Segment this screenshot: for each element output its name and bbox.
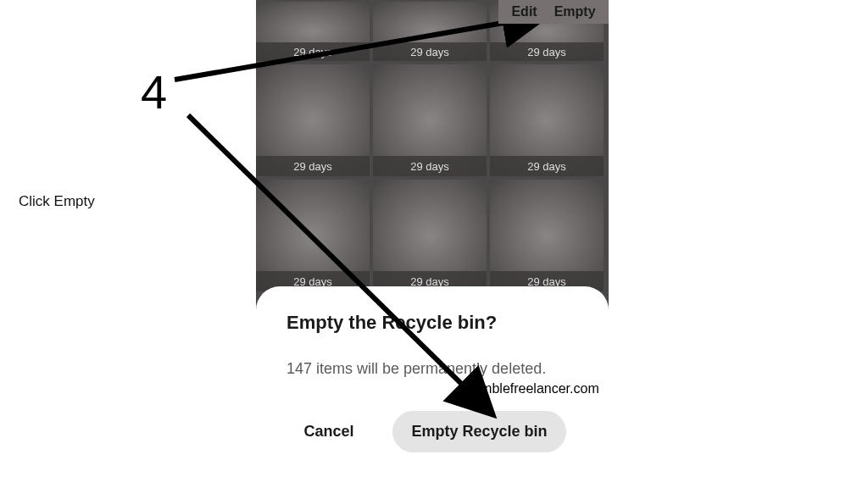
thumbnail-days-label: 29 days [256, 156, 370, 176]
recycle-bin-screen: 29 days 29 days 29 days 29 days 29 days … [256, 0, 609, 485]
watermark-text: Nimblefreelancer.com [468, 381, 599, 396]
thumbnail[interactable]: 29 days [490, 180, 604, 291]
instruction-text: Click Empty [19, 193, 95, 210]
empty-button[interactable]: Empty [554, 4, 596, 19]
edit-button[interactable]: Edit [511, 4, 537, 19]
thumbnail-row: 29 days 29 days 29 days [256, 178, 609, 291]
dialog-actions: Cancel Empty Recycle bin [287, 411, 578, 452]
thumbnail[interactable]: 29 days [373, 2, 487, 61]
thumbnail-days-label: 29 days [373, 156, 487, 176]
step-number-label: 4 [141, 64, 167, 119]
thumbnail[interactable]: 29 days [256, 2, 370, 61]
thumbnail-days-label: 29 days [256, 42, 370, 61]
thumbnail-days-label: 29 days [490, 42, 604, 61]
thumbnail[interactable]: 29 days [256, 64, 370, 176]
thumbnail[interactable]: 29 days [373, 64, 487, 176]
cancel-button[interactable]: Cancel [298, 414, 359, 449]
thumbnail-row: 29 days 29 days 29 days [256, 63, 609, 176]
thumbnail[interactable]: 29 days [490, 64, 604, 176]
thumbnail[interactable]: 29 days [256, 180, 370, 291]
thumbnail[interactable]: 29 days [373, 180, 487, 291]
dialog-title: Empty the Recycle bin? [287, 312, 578, 334]
dialog-body: 147 items will be permanently deleted. [287, 358, 578, 380]
empty-recycle-bin-button[interactable]: Empty Recycle bin [392, 411, 565, 452]
top-actions-bar: Edit Empty [498, 0, 609, 24]
thumbnail-days-label: 29 days [373, 42, 487, 61]
thumbnail-days-label: 29 days [490, 156, 604, 176]
